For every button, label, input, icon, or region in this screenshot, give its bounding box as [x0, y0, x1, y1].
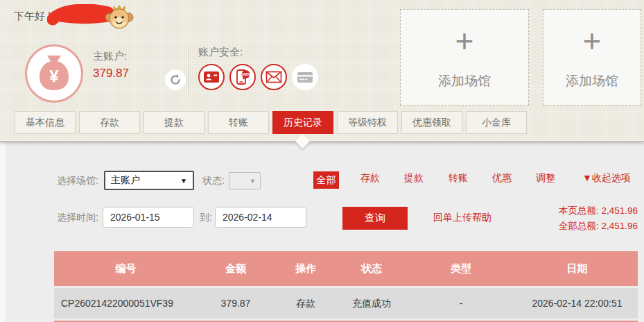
tab-promo-claim[interactable]: 优惠领取 [401, 111, 462, 134]
venue-select[interactable]: 主账户 ▼ [104, 171, 194, 190]
col-header-operation: 操作 [274, 251, 338, 286]
venue-select-value: 主账户 [111, 174, 140, 187]
monkey-avatar-icon [104, 2, 134, 31]
cell-amount: 379.87 [198, 288, 274, 319]
header-divider [189, 50, 189, 94]
tab-vip-privileges[interactable]: 等级特权 [337, 111, 398, 134]
cell-operation: 存款 [274, 288, 338, 319]
add-venue-box-2[interactable]: + 添加场馆 [543, 9, 641, 105]
tab-transfer[interactable]: 转账 [208, 111, 269, 134]
add-venue-label: 添加场馆 [566, 72, 618, 90]
col-header-type: 类型 [406, 251, 516, 286]
query-button[interactable]: 查询 [342, 207, 408, 230]
plus-icon: + [455, 25, 474, 57]
all-total-line: 全部总额: 2,451.96 [559, 219, 638, 234]
add-venue-box-1[interactable]: + 添加场馆 [400, 9, 529, 105]
collapse-options-link[interactable]: ▼收起选项 [582, 172, 631, 185]
page-total-line: 本页总额: 2,451.96 [559, 203, 638, 219]
plus-icon: + [583, 25, 602, 57]
filter-type-transfer[interactable]: 转账 [449, 172, 468, 185]
svg-text:¥: ¥ [49, 67, 59, 85]
sms-phone-icon: SMS [235, 69, 250, 85]
date-to-label: 到: [200, 212, 212, 224]
totals-summary: 本页总额: 2,451.96 全部总额: 2,451.96 [559, 203, 638, 234]
sms-verify-button[interactable]: SMS [229, 64, 256, 90]
col-header-date: 日期 [516, 251, 638, 286]
time-filter-label: 选择时间: [57, 212, 98, 224]
id-card-icon [203, 71, 220, 83]
table-header-row: 编号 金额 操作 状态 类型 日期 [54, 251, 638, 286]
status-select[interactable]: ▼ [229, 172, 261, 189]
mail-icon [266, 71, 282, 83]
filter-type-adjust[interactable]: 调整 [536, 172, 555, 185]
table-row: CP26021422000051VF39 379.87 存款 充值成功 - 20… [54, 288, 638, 319]
refresh-icon [169, 74, 182, 86]
tab-basic-info[interactable]: 基本信息 [15, 111, 76, 134]
chevron-down-icon: ▼ [250, 178, 256, 185]
svg-text:SMS: SMS [242, 72, 250, 76]
bank-card-icon [297, 71, 313, 83]
date-to-input[interactable] [215, 207, 306, 228]
receipt-upload-help-link[interactable]: 回单上传帮助 [433, 212, 491, 224]
history-table: 编号 金额 操作 状态 类型 日期 CP26021422000051VF39 3… [54, 251, 638, 322]
tab-deposit[interactable]: 存款 [79, 111, 140, 134]
filter-type-promo[interactable]: 优惠 [492, 172, 512, 185]
main-account-icon: ¥ [25, 44, 83, 103]
main-tab-bar: 基本信息 存款 提款 转账 历史记录 等级特权 优惠领取 小金库 [15, 111, 527, 134]
filter-type-deposit[interactable]: 存款 [360, 172, 380, 185]
col-header-amount: 金额 [198, 251, 274, 286]
cell-status: 充值成功 [338, 288, 406, 319]
col-header-status: 状态 [338, 251, 406, 286]
email-verify-button[interactable] [261, 64, 287, 90]
tab-withdraw[interactable]: 提款 [143, 111, 204, 134]
main-account-balance: 379.87 [93, 67, 129, 80]
col-header-id: 编号 [54, 251, 198, 286]
cell-type: - [406, 288, 516, 319]
venue-filter-label: 选择场馆: [57, 175, 98, 187]
bank-card-button[interactable] [292, 64, 318, 90]
date-from-input[interactable] [103, 207, 194, 228]
add-venue-label: 添加场馆 [438, 72, 491, 90]
account-security-label: 账户安全: [198, 46, 243, 59]
cell-id: CP26021422000051VF39 [54, 288, 198, 319]
main-account-label: 主账户: [93, 50, 127, 63]
account-header-section: 下午好 la ¥ 主账户: 379.87 [0, 0, 644, 142]
money-bag-icon: ¥ [36, 54, 72, 93]
history-panel: 选择场馆: 主账户 ▼ 状态: ▼ 全部 存款 提款 转账 优惠 调整 ▼收起选… [0, 142, 644, 322]
left-edge-strip [0, 142, 6, 322]
cell-date: 2026-02-14 22:00:51 [516, 288, 638, 319]
status-filter-label: 状态: [202, 175, 225, 187]
refresh-balance-button[interactable] [165, 69, 186, 90]
chevron-down-icon: ▼ [180, 177, 187, 185]
security-icons-row: SMS [198, 64, 318, 90]
tab-vault[interactable]: 小金库 [466, 111, 527, 134]
tab-history[interactable]: 历史记录 [272, 111, 333, 134]
filter-type-withdraw[interactable]: 提款 [404, 172, 424, 185]
id-verify-button[interactable] [198, 64, 225, 90]
filter-type-all[interactable]: 全部 [313, 171, 339, 189]
account-page: 下午好 la ¥ 主账户: 379.87 [0, 0, 644, 322]
